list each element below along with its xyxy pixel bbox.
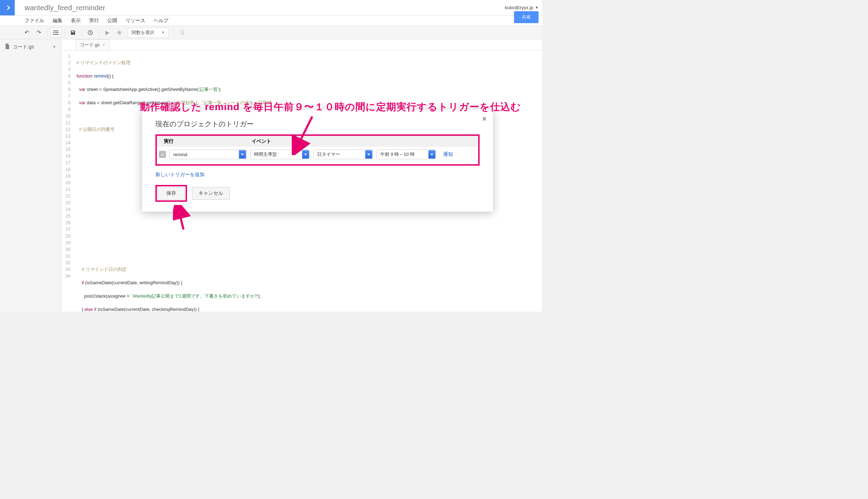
chevron-down-icon: [365, 150, 372, 159]
cancel-button[interactable]: キャンセル: [192, 187, 230, 200]
user-email-text: kubo@zyyx.jp: [505, 5, 533, 10]
svg-point-4: [118, 31, 121, 34]
annotation-arrow-icon: [173, 205, 194, 233]
toolbar-separator: [81, 28, 82, 37]
share-button[interactable]: 共有: [514, 11, 539, 23]
header-run: 実行: [164, 138, 252, 145]
timer-type-select[interactable]: 日タイマー: [313, 149, 373, 159]
tab-code-gs[interactable]: コード.gs ×: [75, 39, 109, 50]
svg-line-5: [296, 117, 312, 148]
file-icon: [5, 44, 10, 50]
sidebar-file-item[interactable]: コード.gs ▼: [3, 42, 58, 52]
triggers-button[interactable]: [85, 28, 96, 38]
toolbar-separator: [99, 28, 99, 37]
chevron-down-icon: [428, 150, 435, 159]
menu-publish[interactable]: 公開: [107, 18, 117, 24]
menubar: ファイル 編集 表示 実行 公開 リソース ヘルプ: [0, 15, 542, 26]
svg-rect-1: [55, 32, 59, 33]
svg-rect-2: [53, 34, 59, 35]
chevron-down-icon: ▼: [53, 45, 56, 49]
annotation-text: 動作確認した remind を毎日午前９〜１０時の間に定期実行するトリガーを仕込…: [140, 100, 521, 114]
menu-file[interactable]: ファイル: [25, 18, 44, 24]
run-function-select[interactable]: remind: [169, 149, 247, 159]
function-select-label: 関数を選択: [132, 29, 154, 36]
select-value: remind: [173, 152, 187, 157]
menu-help[interactable]: ヘルプ: [154, 18, 168, 24]
chevron-down-icon: ▼: [535, 6, 539, 9]
function-select[interactable]: 関数を選択 ▼: [128, 28, 169, 38]
close-icon[interactable]: ×: [102, 42, 105, 47]
user-menu[interactable]: kubo@zyyx.jp ▼: [505, 5, 539, 10]
select-value: 時間主導型: [254, 151, 277, 158]
toolbar: ↶ ↷ ▶ 関数を選択 ▼: [0, 26, 542, 39]
menu-view[interactable]: 表示: [71, 18, 81, 24]
window-titlebar: wantedly_feed_reminder kubo@zyyx.jp ▼: [0, 0, 542, 15]
save-button[interactable]: 保存: [158, 187, 185, 200]
toolbar-separator: [47, 28, 47, 37]
time-range-select[interactable]: 午前 9 時～10 時: [376, 149, 436, 159]
menu-run[interactable]: 実行: [89, 18, 99, 24]
close-icon[interactable]: ×: [482, 114, 487, 124]
sidebar-file-label: コード.gs: [13, 44, 34, 50]
menu-resources[interactable]: リソース: [126, 18, 145, 24]
chevron-down-icon: ▼: [161, 31, 165, 34]
editor: コード.gs × 1234567891011121314151617181920…: [61, 39, 542, 312]
chevron-down-icon: [239, 150, 246, 159]
gutter: 1234567891011121314151617181920212223242…: [61, 53, 74, 312]
add-trigger-link[interactable]: 新しいトリガーを追加: [155, 172, 205, 178]
menu-edit[interactable]: 編集: [53, 18, 62, 24]
toolbar-separator: [174, 28, 174, 37]
project-title[interactable]: wantedly_feed_reminder: [25, 4, 105, 12]
select-value: 日タイマー: [317, 151, 340, 158]
header-event: イベント: [252, 138, 271, 145]
svg-rect-0: [53, 31, 59, 31]
svg-line-6: [178, 208, 183, 229]
run-button[interactable]: ▶: [102, 28, 113, 38]
indent-button[interactable]: [50, 28, 61, 38]
tab-label: コード.gs: [80, 42, 100, 48]
undo-button[interactable]: ↶: [21, 28, 32, 38]
debug-button[interactable]: [114, 28, 125, 38]
annotation-arrow-icon: [291, 113, 319, 155]
save-button-highlight: 保存: [155, 185, 187, 202]
toolbar-separator: [64, 28, 65, 37]
select-value: 午前 9 時～10 時: [380, 151, 415, 158]
notifications-link[interactable]: 通知: [443, 151, 453, 158]
sidebar: コード.gs ▼: [0, 39, 61, 312]
lightbulb-button[interactable]: [177, 28, 188, 38]
app-logo[interactable]: [0, 0, 15, 15]
tabstrip: コード.gs ×: [61, 39, 542, 51]
save-button[interactable]: [67, 28, 79, 38]
redo-button[interactable]: ↷: [33, 28, 44, 38]
delete-trigger-button[interactable]: ×: [159, 151, 166, 158]
